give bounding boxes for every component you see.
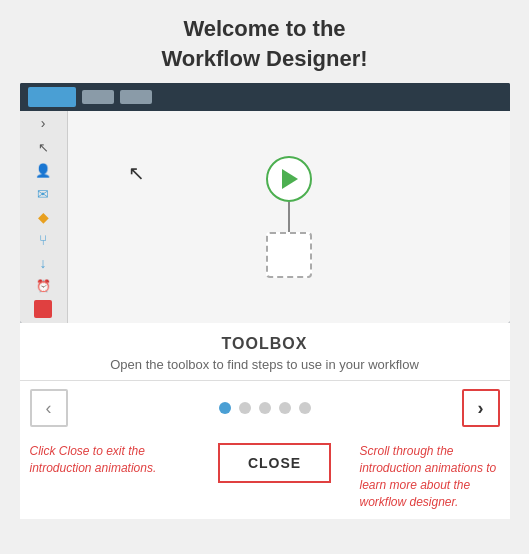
dot-5[interactable] <box>299 402 311 414</box>
toolbox-section: TOOLBOX Open the toolbox to find steps t… <box>20 323 510 380</box>
sidebar-expand-icon[interactable]: › <box>32 115 54 131</box>
sidebar-icon-user[interactable]: 👤 <box>29 161 57 180</box>
tab-gray1 <box>82 90 114 104</box>
sidebar-icon-mail[interactable]: ✉ <box>29 184 57 203</box>
navigation-section: ‹ › <box>20 380 510 435</box>
workflow-canvas: ↖ <box>68 111 510 323</box>
pagination-dots <box>219 402 311 414</box>
dot-3[interactable] <box>259 402 271 414</box>
top-bar <box>20 83 510 111</box>
dot-1[interactable] <box>219 402 231 414</box>
close-button[interactable]: CLOSE <box>218 443 331 483</box>
workflow-diagram <box>266 156 312 278</box>
title-line2: Workflow Designer! <box>161 46 367 71</box>
cursor-icon: ↖ <box>128 161 145 185</box>
sidebar-icon-split[interactable]: ⑂ <box>29 230 57 249</box>
next-button[interactable]: › <box>462 389 500 427</box>
tab-blue <box>28 87 76 107</box>
toolbox-description: Open the toolbox to find steps to use in… <box>110 357 419 372</box>
toolbox-sidebar: › ↖ 👤 ✉ ◆ ⑂ ↓ ⏰ <box>20 111 68 323</box>
toolbox-title: TOOLBOX <box>222 335 308 353</box>
left-hint-text: Click Close to exit the introduction ani… <box>30 443 190 477</box>
right-hint-text: Scroll through the introduction animatio… <box>359 443 499 510</box>
dot-4[interactable] <box>279 402 291 414</box>
placeholder-node <box>266 232 312 278</box>
sidebar-icon-cursor[interactable]: ↖ <box>29 138 57 157</box>
connector-line <box>288 202 290 232</box>
play-icon <box>282 169 298 189</box>
sidebar-icon-clock[interactable]: ⏰ <box>29 276 57 295</box>
start-node <box>266 156 312 202</box>
prev-button[interactable]: ‹ <box>30 389 68 427</box>
dot-2[interactable] <box>239 402 251 414</box>
bottom-section: Click Close to exit the introduction ani… <box>20 435 510 518</box>
sidebar-icon-diamond[interactable]: ◆ <box>29 207 57 226</box>
sidebar-icon-arrow[interactable]: ↓ <box>29 253 57 272</box>
page-title: Welcome to the Workflow Designer! <box>141 0 387 83</box>
sidebar-icon-stop[interactable] <box>29 299 57 318</box>
designer-preview: › ↖ 👤 ✉ ◆ ⑂ ↓ ⏰ ↖ <box>20 83 510 323</box>
tab-gray2 <box>120 90 152 104</box>
title-line1: Welcome to the <box>183 16 345 41</box>
